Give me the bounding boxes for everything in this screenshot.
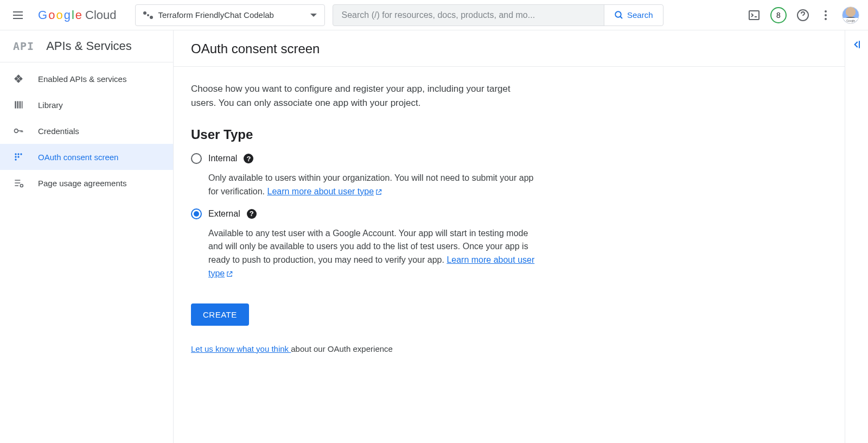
sidebar-nav: Enabled APIs & services Library Credenti…	[0, 62, 173, 196]
sidebar-item-oauth-consent[interactable]: OAuth consent screen	[0, 144, 173, 170]
svg-point-12	[15, 153, 16, 155]
chevron-down-icon	[310, 14, 317, 17]
user-type-heading: User Type	[191, 127, 699, 142]
sidebar-item-label: Credentials	[38, 126, 79, 136]
feedback-link[interactable]: Let us know what you think	[191, 344, 291, 353]
google-cloud-logo[interactable]: Google Cloud	[38, 8, 117, 22]
radio-internal-label: Internal	[208, 154, 237, 163]
create-button[interactable]: CREATE	[191, 303, 249, 326]
free-trial-badge[interactable]: 8	[770, 7, 787, 23]
radio-internal-description: Only available to users within your orga…	[208, 172, 545, 199]
svg-rect-2	[749, 11, 759, 20]
page-title: OAuth consent screen	[174, 30, 845, 67]
sidebar-item-page-usage[interactable]: Page usage agreements	[0, 170, 173, 196]
sidebar-header: API APIs & Services	[0, 30, 173, 62]
cloud-shell-icon[interactable]	[748, 9, 761, 22]
api-logo: API	[13, 40, 34, 53]
more-icon[interactable]	[819, 9, 832, 22]
header: Google Cloud Terraform FriendlyChat Code…	[0, 0, 868, 30]
sidebar-item-label: Library	[38, 100, 63, 110]
search-button-label: Search	[627, 10, 653, 20]
menu-icon[interactable]	[9, 4, 30, 26]
logo-cloud-text: Cloud	[85, 8, 116, 22]
learn-more-internal-link[interactable]: Learn more about user type	[267, 187, 382, 196]
svg-rect-10	[22, 101, 23, 108]
svg-point-11	[15, 129, 18, 133]
project-name: Terraform FriendlyChat Codelab	[158, 10, 274, 20]
svg-line-1	[620, 16, 622, 18]
sidebar-item-label: Enabled APIs & services	[38, 74, 126, 84]
svg-point-15	[15, 156, 16, 157]
radio-external[interactable]	[191, 208, 202, 219]
svg-point-14	[20, 153, 22, 155]
sidebar-item-enabled-apis[interactable]: Enabled APIs & services	[0, 66, 173, 92]
svg-point-16	[17, 156, 19, 157]
avatar[interactable]: Google	[842, 7, 859, 24]
svg-rect-8	[17, 101, 19, 108]
radio-external-label: External	[208, 209, 240, 219]
key-icon	[13, 125, 24, 136]
help-icon[interactable]: ?	[247, 209, 257, 219]
project-picker[interactable]: Terraform FriendlyChat Codelab	[135, 4, 325, 26]
svg-point-13	[17, 153, 19, 155]
svg-point-18	[20, 185, 23, 187]
svg-point-6	[825, 18, 827, 20]
svg-point-0	[615, 11, 621, 17]
user-type-radio-group: Internal ? Only available to users withi…	[191, 153, 699, 281]
help-icon[interactable]	[796, 9, 809, 22]
external-link-icon	[375, 188, 382, 196]
svg-rect-9	[20, 101, 21, 108]
right-panel	[845, 30, 868, 443]
sidebar-item-label: Page usage agreements	[38, 179, 126, 188]
feedback-line: Let us know what you think about our OAu…	[191, 344, 699, 353]
sidebar-item-library[interactable]: Library	[0, 92, 173, 118]
sidebar-item-label: OAuth consent screen	[38, 153, 118, 162]
help-icon[interactable]: ?	[244, 154, 253, 163]
svg-point-5	[825, 14, 827, 16]
main-content: OAuth consent screen Choose how you want…	[174, 30, 845, 443]
sidebar: API APIs & Services Enabled APIs & servi…	[0, 30, 174, 443]
header-actions: 8 Google	[748, 7, 859, 24]
library-icon	[13, 99, 24, 110]
search-bar: Search	[333, 4, 663, 26]
sidebar-item-credentials[interactable]: Credentials	[0, 118, 173, 144]
search-icon	[614, 10, 624, 20]
svg-rect-7	[15, 101, 16, 108]
diamond-icon	[13, 73, 24, 84]
project-icon	[143, 10, 153, 20]
svg-point-17	[15, 159, 16, 160]
consent-icon	[13, 151, 24, 162]
search-input[interactable]	[333, 10, 604, 20]
svg-point-4	[825, 10, 827, 12]
panel-toggle-icon[interactable]	[851, 39, 862, 50]
sidebar-title: APIs & Services	[46, 39, 132, 53]
radio-internal[interactable]	[191, 153, 202, 164]
radio-external-description: Available to any test user with a Google…	[208, 227, 545, 281]
intro-text: Choose how you want to configure and reg…	[191, 82, 522, 110]
external-link-icon	[226, 270, 233, 278]
search-button[interactable]: Search	[604, 5, 663, 26]
agreement-icon	[13, 178, 24, 188]
